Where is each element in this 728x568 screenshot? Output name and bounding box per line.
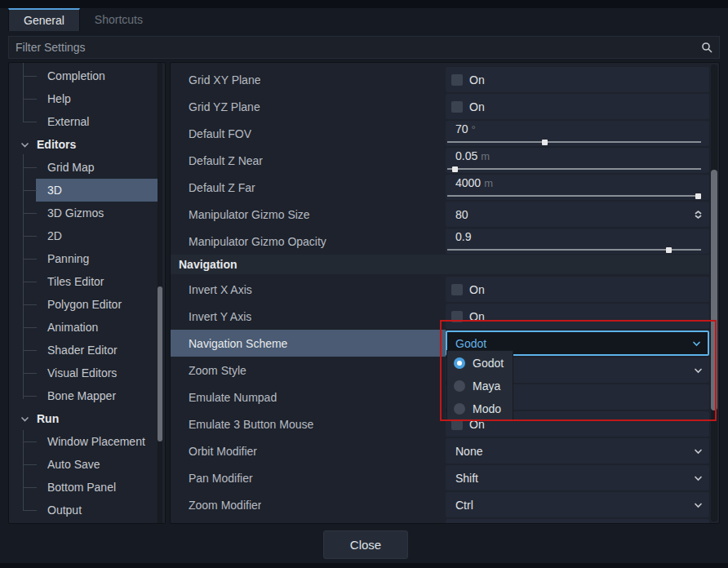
tree-connector-line xyxy=(23,430,24,510)
slider-track[interactable] xyxy=(447,168,701,170)
sidebar-item-label: Grid Map xyxy=(47,161,95,174)
setting-value[interactable]: 4000m xyxy=(446,175,709,200)
checkbox-label: On xyxy=(469,100,485,113)
setting-value[interactable]: None xyxy=(446,438,709,464)
section-header-label: Navigation xyxy=(179,258,237,271)
sidebar-item-animation[interactable]: Animation xyxy=(9,316,165,339)
sidebar-item-label: Help xyxy=(47,92,71,105)
setting-value[interactable]: 0.9 xyxy=(446,229,709,254)
sidebar-item-grid-map[interactable]: Grid Map xyxy=(9,156,165,179)
sidebar-item-label: Shader Editor xyxy=(47,344,118,357)
setting-value[interactable]: 0.05m xyxy=(446,148,709,173)
slider[interactable]: 4000m xyxy=(446,175,709,200)
sidebar-item-label: Output xyxy=(47,504,82,517)
tab-shortcuts[interactable]: Shortcuts xyxy=(80,8,158,31)
chevron-down-icon[interactable] xyxy=(20,140,29,149)
setting-label: Emulate Numpad xyxy=(171,384,446,410)
setting-value[interactable]: On xyxy=(446,67,709,92)
slider[interactable]: 70° xyxy=(446,121,709,146)
setting-value[interactable]: Shift xyxy=(446,465,709,490)
slider-thumb[interactable] xyxy=(542,140,548,145)
sidebar-item-auto-save[interactable]: Auto Save xyxy=(9,453,165,476)
setting-label-text: Grid YZ Plane xyxy=(189,100,260,113)
checkbox[interactable] xyxy=(451,101,463,113)
sidebar-item-label: Window Placement xyxy=(47,435,145,448)
setting-label: Zoom Style xyxy=(171,357,446,384)
sidebar-item-label: Tiles Editor xyxy=(47,275,104,288)
tab-bar: General Shortcuts xyxy=(8,8,158,31)
setting-label: Orbit Modifier xyxy=(171,437,446,464)
checkbox[interactable] xyxy=(451,284,463,295)
setting-label-text: Navigation Scheme xyxy=(189,337,287,350)
setting-row-default-z-near: Default Z Near0.05m xyxy=(171,147,709,174)
slider-value: 0.05m xyxy=(455,149,490,162)
window-bottom-edge xyxy=(0,563,728,568)
sidebar-scrollbar-thumb[interactable] xyxy=(158,286,162,442)
sidebar-item-label: Visual Editors xyxy=(47,366,117,379)
sidebar-item-3d-gizmos[interactable]: 3D Gizmos xyxy=(9,202,165,224)
sidebar-item-shader-editor[interactable]: Shader Editor xyxy=(9,339,165,362)
setting-label-text: Default Z Near xyxy=(189,154,263,167)
sidebar-item-label: 2D xyxy=(47,229,62,242)
slider-track[interactable] xyxy=(447,249,701,251)
tab-general[interactable]: General xyxy=(8,8,80,31)
sidebar-item-run[interactable]: Run xyxy=(9,407,165,430)
setting-value[interactable]: Ctrl xyxy=(446,492,709,517)
filter-settings-input[interactable]: Filter Settings xyxy=(8,36,720,59)
setting-value[interactable]: 70° xyxy=(446,121,709,146)
sidebar-item-bone-mapper[interactable]: Bone Mapper xyxy=(9,384,165,407)
slider-track[interactable] xyxy=(447,141,701,143)
setting-label: Default Z Near xyxy=(171,147,446,174)
chevron-down-icon[interactable] xyxy=(20,415,29,424)
slider[interactable]: 0.05m xyxy=(446,148,709,173)
slider-thumb[interactable] xyxy=(666,247,672,253)
setting-value[interactable]: On xyxy=(446,277,709,302)
sidebar-item-window-placement[interactable]: Window Placement xyxy=(9,430,165,453)
sidebar-item-polygon-editor[interactable]: Polygon Editor xyxy=(9,293,165,316)
setting-label: Navigation Scheme xyxy=(171,330,446,357)
chevron-down-icon[interactable] xyxy=(694,473,703,482)
slider-thumb[interactable] xyxy=(695,193,701,199)
sidebar-item-editors[interactable]: Editors xyxy=(9,133,165,156)
setting-row-grid-yz-plane: Grid YZ PlaneOn xyxy=(171,93,709,120)
close-button[interactable]: Close xyxy=(323,530,408,559)
sidebar-item-tiles-editor[interactable]: Tiles Editor xyxy=(9,270,165,293)
slider-thumb[interactable] xyxy=(452,166,458,172)
setting-row-invert-x-axis: Invert X AxisOn xyxy=(171,276,709,303)
spinner-updown-icon[interactable] xyxy=(694,210,703,219)
checkbox[interactable] xyxy=(451,74,463,86)
sidebar-item-external[interactable]: External xyxy=(9,110,165,133)
setting-label-text: Manipulator Gizmo Opacity xyxy=(189,235,326,248)
setting-label: Emulate 3 Button Mouse xyxy=(171,410,446,437)
setting-value[interactable]: ✓ xyxy=(446,519,709,524)
setting-label-text: Orbit Modifier xyxy=(189,445,257,458)
sidebar-item-bottom-panel[interactable]: Bottom Panel xyxy=(9,476,165,499)
chevron-down-icon[interactable] xyxy=(694,446,703,455)
sidebar-item-2d[interactable]: 2D xyxy=(9,224,165,247)
chevron-down-icon[interactable] xyxy=(694,500,703,509)
annotation-highlight-box xyxy=(440,320,717,421)
setting-row-pan-modifier: Pan ModifierShift xyxy=(171,464,709,491)
sidebar-item-help[interactable]: Help xyxy=(9,87,165,110)
setting-label: Pan Modifier xyxy=(171,464,446,491)
setting-value[interactable]: 80 xyxy=(446,202,709,227)
setting-value[interactable]: On xyxy=(446,94,709,119)
slider[interactable]: 0.9 xyxy=(446,229,709,254)
setting-label: Grid XY Plane xyxy=(171,66,446,93)
sidebar-item-visual-editors[interactable]: Visual Editors xyxy=(9,362,165,384)
sidebar-scrollbar[interactable] xyxy=(158,63,162,523)
sidebar-item-completion[interactable]: Completion xyxy=(9,64,165,87)
sidebar-item-label: Run xyxy=(37,412,59,425)
settings-detail-panel: Grid XY PlaneOnGrid YZ PlaneOnDefault FO… xyxy=(170,62,720,524)
sidebar-item-output[interactable]: Output xyxy=(9,499,165,521)
setting-row-grid-xy-plane: Grid XY PlaneOn xyxy=(171,66,709,93)
sidebar-item-3d[interactable]: 3D xyxy=(9,179,165,202)
filter-placeholder: Filter Settings xyxy=(9,41,701,54)
main-scrollbar[interactable] xyxy=(711,64,717,521)
search-icon xyxy=(701,42,712,53)
slider-unit: ° xyxy=(472,123,476,135)
sidebar-item-panning[interactable]: Panning xyxy=(9,247,165,270)
slider-track[interactable] xyxy=(447,195,701,197)
setting-label: Grid YZ Plane xyxy=(171,93,446,120)
section-header-navigation: Navigation xyxy=(171,255,709,274)
